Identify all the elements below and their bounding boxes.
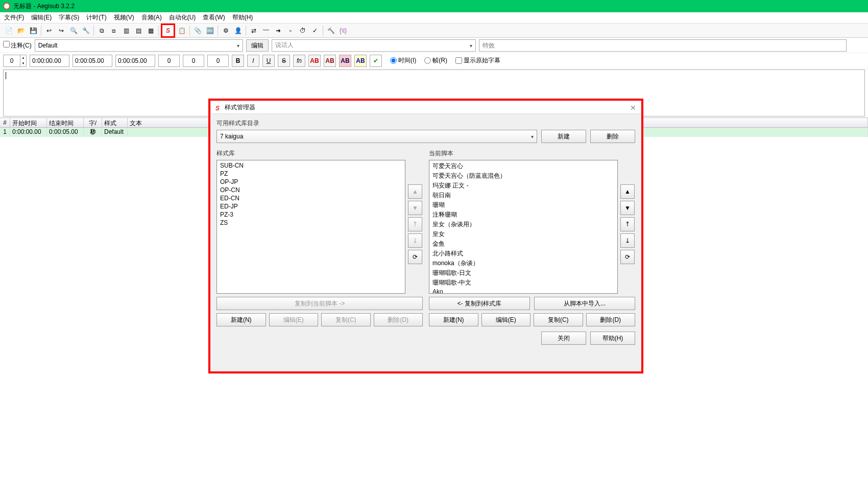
move-bottom-icon[interactable]: ⤓ xyxy=(408,233,422,248)
storage-copy-button[interactable]: 复制(C) xyxy=(321,313,371,326)
style-combo[interactable]: Default xyxy=(35,39,243,52)
list-item[interactable]: ED-CN xyxy=(218,194,404,202)
list-item[interactable]: 玛安娜 正文 - xyxy=(430,181,616,191)
list-item[interactable]: ZS xyxy=(218,219,404,227)
replace-icon[interactable]: 🔧 xyxy=(80,25,91,36)
col-start[interactable]: 开始时间 xyxy=(10,118,47,127)
list-item[interactable]: 可爱天宫心（防蓝底混色） xyxy=(430,171,616,181)
copy-to-storage-button[interactable]: <- 复制到样式库 xyxy=(429,297,530,310)
col-style[interactable]: 样式 xyxy=(102,118,128,127)
list-item[interactable]: 北小路样式 xyxy=(430,249,616,259)
automation-icon[interactable]: ⚙ xyxy=(220,25,231,36)
dialog-title-bar[interactable]: S 样式管理器 ✕ xyxy=(211,102,640,114)
sort-icon[interactable]: ⟳ xyxy=(620,250,635,264)
layer-spinner[interactable]: 0▲▼ xyxy=(3,55,27,67)
menu-subtitle[interactable]: 字幕(S) xyxy=(59,13,79,22)
move-bottom-icon[interactable]: ⤓ xyxy=(620,233,635,248)
strike-button[interactable]: S xyxy=(278,55,290,67)
margin-right-input[interactable] xyxy=(183,55,204,67)
duration-input[interactable] xyxy=(115,55,155,67)
move-down-icon[interactable]: ▼ xyxy=(408,201,422,215)
col-end[interactable]: 结束时间 xyxy=(47,118,84,127)
style-assistant-icon[interactable]: 📋 xyxy=(176,25,187,36)
cycle-tag-icon[interactable]: {\t} xyxy=(337,25,349,36)
shadow-color-button[interactable]: AB xyxy=(354,55,367,67)
spin-down-icon[interactable]: ▼ xyxy=(20,61,26,66)
attachment-icon[interactable]: 📎 xyxy=(192,25,203,36)
options-icon[interactable]: 🔨 xyxy=(325,25,336,36)
menu-edit[interactable]: 编辑(E) xyxy=(31,13,52,22)
list-item[interactable]: OP-CN xyxy=(218,186,404,194)
margin-vert-input[interactable] xyxy=(207,55,229,67)
resample-icon[interactable]: ➜ xyxy=(273,25,284,36)
list-item[interactable]: SUB-CN xyxy=(218,161,404,170)
move-down-icon[interactable]: ▼ xyxy=(620,201,635,215)
col-cps[interactable]: 字/秒 xyxy=(84,118,102,127)
timing-pp-icon[interactable]: ▫ xyxy=(285,25,296,36)
snap-end-icon[interactable]: ▤ xyxy=(133,25,144,36)
move-top-icon[interactable]: ⤒ xyxy=(408,217,422,231)
move-top-icon[interactable]: ⤒ xyxy=(620,217,635,231)
underline-button[interactable]: U xyxy=(262,55,275,67)
spin-up-icon[interactable]: ▲ xyxy=(20,55,26,61)
font-collector-icon[interactable]: 🔤 xyxy=(204,25,215,36)
menu-video[interactable]: 视频(V) xyxy=(114,13,134,22)
shift-icon[interactable]: ⇄ xyxy=(248,25,259,36)
bold-button[interactable]: B xyxy=(232,55,244,67)
script-new-button[interactable]: 新建(N) xyxy=(429,313,478,326)
script-copy-button[interactable]: 复制(C) xyxy=(534,313,583,326)
open-file-icon[interactable]: 📂 xyxy=(15,25,27,36)
storage-edit-button[interactable]: 编辑(E) xyxy=(269,313,319,326)
list-item[interactable]: 珊瑚唱歌-日文 xyxy=(430,268,616,278)
list-item[interactable]: 皇女 xyxy=(430,229,616,239)
actor-combo[interactable]: 说话人 xyxy=(272,39,476,52)
start-time-input[interactable] xyxy=(30,55,69,67)
close-button[interactable]: 关闭 xyxy=(541,332,586,345)
list-item[interactable]: PZ xyxy=(218,170,404,178)
timeline-icon[interactable]: ⧈ xyxy=(108,25,119,36)
menu-automation[interactable]: 自动化(U) xyxy=(169,13,196,22)
col-index[interactable]: # xyxy=(0,118,10,127)
outline-color-button[interactable]: AB xyxy=(339,55,351,67)
spell-check-icon[interactable]: ✓ xyxy=(309,25,321,36)
effect-input[interactable] xyxy=(479,39,847,52)
list-item[interactable]: OP-JP xyxy=(218,178,404,186)
catalog-combo[interactable]: 7 kaigua xyxy=(216,130,537,143)
comment-checkbox-label[interactable]: 注释(C) xyxy=(3,41,32,50)
show-original-checkbox[interactable]: 显示原始字幕 xyxy=(455,56,500,65)
font-name-button[interactable]: fn xyxy=(293,55,305,67)
find-icon[interactable]: 🔍 xyxy=(68,25,79,36)
list-item[interactable]: PZ-3 xyxy=(218,210,404,219)
delete-catalog-button[interactable]: 删除 xyxy=(590,130,635,143)
comment-checkbox[interactable] xyxy=(3,41,10,48)
redo-icon[interactable]: ↪ xyxy=(56,25,67,36)
list-item[interactable]: monoka（杂谈） xyxy=(430,259,616,268)
menu-help[interactable]: 帮助(H) xyxy=(232,13,253,22)
list-item[interactable]: 皇女（杂谈用） xyxy=(430,220,616,229)
spectrum-icon[interactable]: 〰 xyxy=(260,25,272,36)
list-item[interactable]: 金鱼 xyxy=(430,239,616,249)
sort-icon[interactable]: ⟳ xyxy=(408,250,422,264)
frame-radio[interactable]: 帧(R) xyxy=(424,56,447,65)
snap-scene-icon[interactable]: ▦ xyxy=(145,25,156,36)
menu-file[interactable]: 文件(F) xyxy=(4,13,24,22)
storage-new-button[interactable]: 新建(N) xyxy=(216,313,266,326)
list-item[interactable]: 珊瑚 xyxy=(430,200,616,210)
secondary-color-button[interactable]: AB xyxy=(324,55,336,67)
storage-delete-button[interactable]: 删除(D) xyxy=(374,313,423,326)
time-radio[interactable]: 时间(I) xyxy=(390,56,416,65)
menu-view[interactable]: 查看(W) xyxy=(203,13,225,22)
snap-start-icon[interactable]: ▥ xyxy=(120,25,132,36)
list-item[interactable]: 注释珊瑚 xyxy=(430,210,616,220)
list-item[interactable]: 朝日南 xyxy=(430,191,616,200)
import-from-script-button[interactable]: 从脚本中导入... xyxy=(534,297,635,310)
margin-left-input[interactable] xyxy=(158,55,180,67)
shift-times-icon[interactable]: ⧉ xyxy=(96,25,107,36)
edit-style-button[interactable]: 编辑 xyxy=(246,39,269,52)
list-item[interactable]: 珊瑚唱歌-中文 xyxy=(430,278,616,288)
new-catalog-button[interactable]: 新建 xyxy=(541,130,586,143)
assistant-icon[interactable]: 👤 xyxy=(232,25,244,36)
script-edit-button[interactable]: 编辑(E) xyxy=(481,313,531,326)
move-up-icon[interactable]: ▲ xyxy=(620,184,635,199)
menu-audio[interactable]: 音频(A) xyxy=(141,13,162,22)
